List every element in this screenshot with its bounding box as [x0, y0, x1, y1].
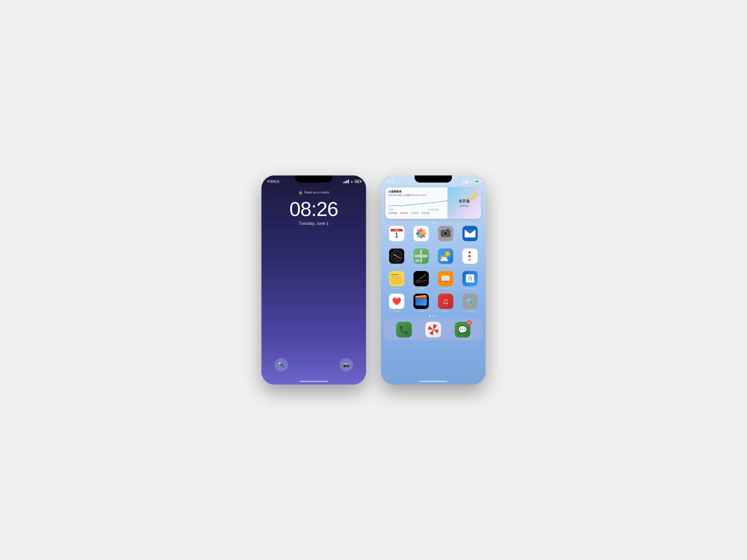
signal-icon: [343, 180, 349, 183]
notes-lines: [389, 272, 404, 286]
messages-badge: 90: [466, 320, 472, 325]
carrier-label: 中国电信: [267, 179, 279, 184]
home-wifi-icon: ▲: [470, 180, 473, 183]
safari-compass-icon: [428, 324, 439, 335]
stocks-label: Stocks: [417, 288, 425, 290]
books-icon: 📖: [438, 271, 453, 286]
calendar-label: Calendar: [392, 242, 402, 245]
maps-icon: 260 📍: [413, 248, 429, 264]
music-label: Music: [442, 310, 449, 313]
weather-cloud-icon: ⛅: [439, 253, 449, 263]
notes-line-4: [391, 281, 403, 281]
swipe-unlock-hint: 🔒 Swipe up to unlock: [299, 190, 329, 194]
home-time: 08:26: [386, 180, 394, 183]
health-heart-icon: ❤️: [392, 297, 401, 306]
lock-date-display: Tuesday, June 1: [299, 221, 329, 226]
dock-safari[interactable]: [426, 322, 441, 338]
home-battery-icon: [474, 180, 480, 183]
music-note-icon: ♫: [442, 297, 448, 306]
camera-lens-inner: [445, 233, 446, 235]
weather-icon: ☀️ ⛅: [438, 248, 453, 264]
app-item-stocks[interactable]: Stocks: [410, 271, 432, 290]
page-dot-3[interactable]: [436, 316, 437, 317]
appstore-icon: 🅰: [462, 271, 478, 286]
wallet-label: Wallet: [418, 310, 424, 313]
page-dot-1[interactable]: [429, 316, 431, 317]
health-icon: ❤️: [389, 294, 404, 309]
app-item-clock[interactable]: Clock: [385, 248, 408, 268]
clock-face: [391, 250, 403, 262]
books-book-icon: 📖: [440, 274, 450, 284]
music-icon: ♫: [438, 294, 453, 309]
notch: [295, 176, 332, 183]
calendar-icon: TUE 1: [389, 226, 404, 241]
app-item-calendar[interactable]: TUE 1 Calendar: [385, 226, 408, 245]
dock-phone[interactable]: 📞: [396, 322, 412, 338]
app-item-mail[interactable]: Mail: [459, 226, 481, 245]
app-item-wallet[interactable]: Wallet: [410, 294, 432, 313]
flashlight-button[interactable]: 🔦: [275, 358, 288, 371]
home-screen: 08:26 ▲ 大盘晴雨表 05月31日 收盘 上证指数 3615.48 +0.: [381, 176, 486, 384]
app-item-health[interactable]: ❤️ Health: [385, 294, 408, 313]
health-label: Health: [393, 310, 400, 313]
notes-line-5: [391, 283, 403, 283]
reminders-list: [467, 250, 473, 263]
notes-label: Notes: [393, 288, 400, 290]
calendar-date-number: 1: [394, 232, 398, 239]
appstore-label: App Store: [465, 288, 475, 290]
app-item-music[interactable]: ♫ Music: [434, 294, 457, 313]
home-bar-home[interactable]: [419, 381, 447, 382]
app-item-notes[interactable]: Notes: [385, 271, 408, 290]
maps-label-badge: 260: [415, 260, 419, 262]
reminder-item-2: [468, 255, 472, 257]
maps-label: Maps: [418, 265, 424, 268]
maps-pin: 📍: [421, 251, 425, 255]
app-item-camera[interactable]: Camera: [434, 226, 457, 245]
app-item-reminders[interactable]: Reminders: [459, 248, 481, 268]
widget-market-status: 🌙 ✦ ✦ 未开盘 等待开盘: [447, 187, 481, 219]
battery-icon: [355, 180, 361, 183]
mail-envelope: [465, 230, 475, 237]
folder-label: Alipay: [381, 221, 486, 224]
settings-icon: ⚙️: [462, 294, 478, 309]
clock-label: Clock: [393, 265, 400, 268]
app-item-maps[interactable]: 260 📍 Maps: [410, 248, 432, 268]
wallet-icon: [413, 294, 429, 309]
home-bar[interactable]: [300, 381, 328, 382]
camera-notch: [446, 229, 449, 230]
clock-second-hand: [396, 256, 397, 261]
lock-screen-phone: 中国电信 ▲ 🔒 Swipe up to unlock 08:26 Tuesda…: [261, 176, 366, 384]
page-dot-2[interactable]: [433, 316, 434, 317]
home-signal-icon: [463, 180, 468, 183]
calendar-day-label: TUE: [390, 229, 403, 232]
lock-time-display: 08:26: [289, 199, 338, 219]
app-item-photos[interactable]: Photos: [410, 226, 432, 245]
lock-screen: 中国电信 ▲ 🔒 Swipe up to unlock 08:26 Tuesda…: [261, 176, 366, 384]
wallet-card-3: [415, 298, 427, 306]
notes-line-2: [391, 276, 403, 277]
weather-label: Weather: [441, 265, 450, 268]
mail-icon: [462, 226, 478, 241]
app-item-settings[interactable]: ⚙️ Settings: [459, 294, 481, 313]
notes-line-1: [391, 274, 399, 275]
status-icons: ▲: [343, 180, 361, 183]
stock-widget[interactable]: 大盘晴雨表 05月31日 收盘 上证指数 3615.48 +0.41% 09:3…: [385, 187, 481, 219]
app-item-appstore[interactable]: 🅰 App Store: [459, 271, 481, 290]
phone-handset-icon: 📞: [399, 325, 409, 334]
dock-messages[interactable]: 💬 90: [455, 322, 470, 338]
appstore-a-icon: 🅰: [466, 274, 474, 283]
clock-minute-hand: [396, 256, 401, 259]
stocks-icon: [413, 271, 429, 286]
clock-icon: [389, 248, 404, 264]
reminders-icon: [462, 248, 478, 264]
app-item-books[interactable]: 📖 Books: [434, 271, 457, 290]
reminder-item-3: [468, 259, 472, 261]
reminders-label: Reminders: [464, 265, 476, 268]
camera-quick-button[interactable]: 📷: [339, 358, 353, 371]
photos-label: Photos: [417, 242, 425, 245]
app-item-weather[interactable]: ☀️ ⛅ Weather: [434, 248, 457, 268]
photos-icon: [413, 226, 429, 241]
reminder-dot-red: [468, 251, 471, 254]
messages-bubble-icon: 💬: [458, 325, 467, 334]
reminder-dot-blue: [468, 255, 471, 257]
